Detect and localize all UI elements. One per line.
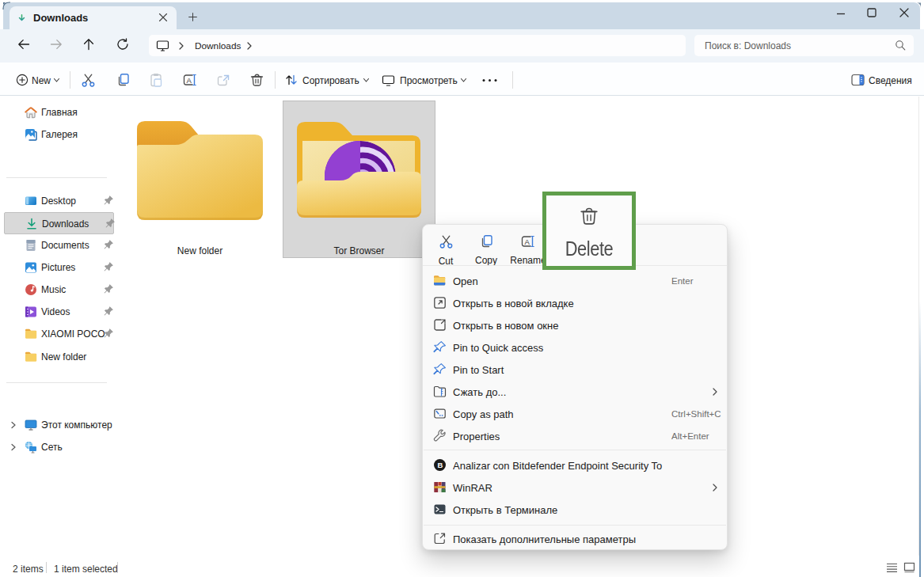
svg-text:A: A — [187, 76, 192, 85]
svg-text:A: A — [525, 237, 530, 246]
svg-text:B: B — [438, 461, 443, 469]
